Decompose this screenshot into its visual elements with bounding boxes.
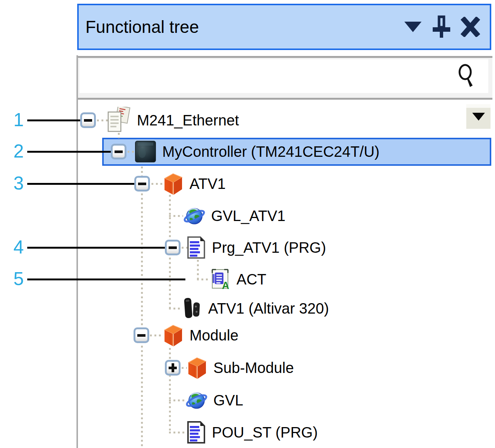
search-input[interactable] [83, 59, 450, 94]
tree-row-label: ATV1 [189, 175, 226, 192]
tree-row-label: Sub-Module [213, 360, 294, 376]
tree-row[interactable]: ATV1 [163, 170, 226, 197]
globe-icon [186, 389, 207, 411]
callout-number: 4 [10, 237, 28, 258]
controller-icon [135, 140, 156, 163]
callout-number: 1 [10, 109, 28, 130]
close-button[interactable] [461, 17, 480, 37]
callout-line [27, 247, 165, 249]
tree-connector [150, 335, 162, 336]
tree-row[interactable]: POU_ST (PRG) [187, 419, 318, 446]
callout-number: 3 [10, 173, 28, 194]
tree-connector [169, 432, 186, 433]
tree-connector [197, 279, 210, 280]
callout-line [27, 119, 80, 121]
module-cube-icon [163, 172, 184, 195]
tree-row-label: MyController (TM241CEC24T/U) [162, 143, 379, 160]
pushpin-icon [432, 15, 451, 38]
action-icon: A [210, 268, 231, 290]
tree-row[interactable]: Sub-Module [187, 354, 294, 382]
project-documents-icon [106, 107, 131, 134]
expander-minus[interactable] [134, 176, 150, 192]
tree-row[interactable]: Module [163, 321, 238, 349]
close-icon [461, 17, 480, 37]
tree-row[interactable]: A ACT [210, 265, 266, 293]
tree-dropdown-button[interactable] [465, 104, 491, 129]
expander-minus[interactable] [165, 240, 181, 255]
tree-row-label: GVL_ATV1 [211, 208, 285, 224]
pou-document-icon [187, 236, 206, 259]
tree-connector [151, 183, 163, 185]
tree-row-label: GVL [213, 392, 243, 409]
triangle-down-icon [404, 21, 422, 32]
tree-connector [169, 399, 185, 401]
drive-device-icon [182, 296, 202, 320]
callout-number: 5 [10, 268, 28, 289]
triangle-down-icon [472, 112, 485, 121]
tree-row[interactable]: ATV1 (Altivar 320) [182, 295, 329, 322]
search-toolbar [77, 56, 492, 100]
callout-line [27, 151, 111, 153]
tree-connector [141, 167, 143, 448]
tree-row-label: M241_Ethernet [137, 112, 239, 129]
expander-plus[interactable] [165, 360, 181, 376]
pou-document-icon [187, 421, 206, 444]
tree-row[interactable]: Prg_ATV1 (PRG) [187, 234, 326, 261]
functional-tree-panel: Functional tree [0, 0, 495, 448]
expander-minus[interactable] [80, 112, 96, 128]
tree-connector [197, 260, 199, 279]
expander-minus[interactable] [111, 144, 126, 159]
tree-row-label: ACT [236, 271, 266, 288]
titlebar-buttons [404, 5, 480, 49]
callout-number: 2 [10, 141, 28, 162]
callout-line [27, 183, 134, 185]
tree-connector [169, 308, 182, 309]
module-cube-icon [187, 356, 207, 379]
pin-button[interactable] [432, 15, 451, 38]
tree-row-label: POU_ST (PRG) [212, 424, 318, 441]
svg-text:A: A [222, 280, 229, 290]
panel-titlebar: Functional tree [77, 4, 491, 50]
search-icon[interactable] [456, 64, 477, 90]
expander-minus[interactable] [134, 327, 149, 343]
callout-line [27, 279, 185, 280]
panel-title: Functional tree [85, 17, 199, 37]
tree-connector [182, 367, 187, 369]
globe-icon [184, 205, 205, 227]
tree-row-label: ATV1 (Altivar 320) [208, 300, 329, 317]
tree-row[interactable]: GVL_ATV1 [184, 202, 285, 230]
tree-row-label: Prg_ATV1 (PRG) [212, 239, 326, 256]
tree-connector [169, 215, 183, 217]
tree-row[interactable]: GVL [186, 386, 243, 414]
tree-row[interactable]: M241_Ethernet [106, 106, 239, 134]
tree-row-label: Module [189, 327, 238, 344]
dropdown-menu-button[interactable] [404, 21, 422, 32]
module-cube-icon [163, 324, 184, 347]
search-field [79, 59, 488, 93]
tree-row-selected[interactable]: MyController (TM241CEC24T/U) [135, 138, 379, 165]
